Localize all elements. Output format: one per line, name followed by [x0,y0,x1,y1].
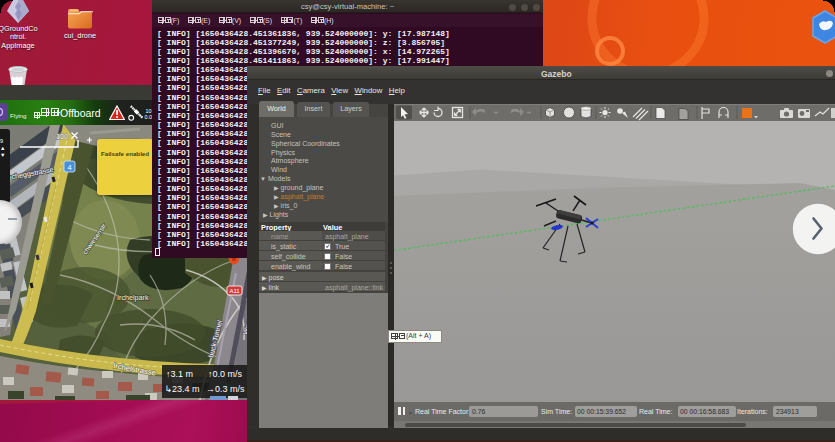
svg-text:4: 4 [67,163,71,172]
svg-text:100: 100 [56,132,69,141]
svg-text:Irchelpark: Irchelpark [117,293,149,302]
svg-text:A11: A11 [229,288,240,294]
